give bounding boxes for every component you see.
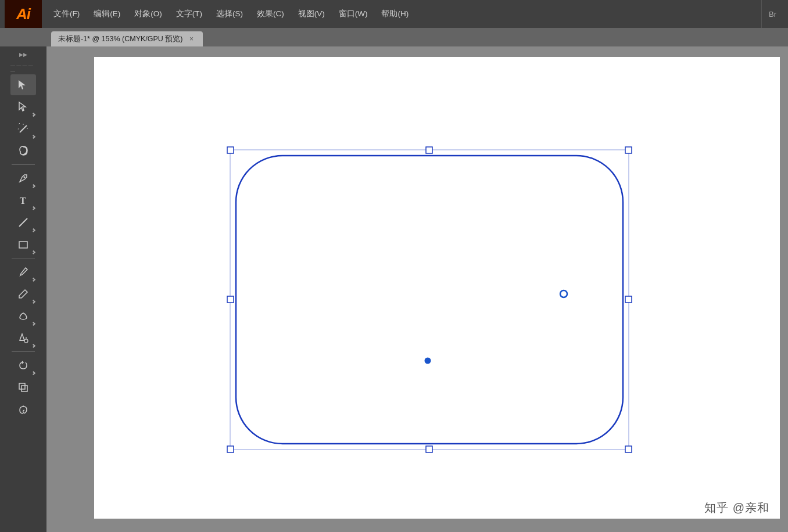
- svg-marker-0: [19, 80, 26, 89]
- tool-type[interactable]: T: [10, 190, 36, 211]
- ai-logo: Ai: [5, 0, 42, 28]
- tool-paintbrush[interactable]: [10, 261, 36, 282]
- divider-1: [12, 164, 35, 165]
- tool-direct-select[interactable]: [10, 96, 36, 117]
- canvas-area[interactable]: 知乎 @亲和: [46, 46, 788, 532]
- menu-bridge[interactable]: Br: [761, 0, 783, 28]
- svg-point-27: [425, 358, 431, 364]
- menu-help[interactable]: 帮助(H): [374, 0, 416, 28]
- tab-close-button[interactable]: ×: [188, 35, 196, 43]
- tool-pen[interactable]: [10, 168, 36, 189]
- svg-rect-22: [227, 296, 234, 303]
- panel-scroll-indicator: ▶▶: [10, 49, 36, 60]
- tool-select[interactable]: [10, 74, 36, 95]
- svg-rect-19: [227, 147, 234, 153]
- menu-object[interactable]: 对象(O): [127, 0, 169, 28]
- svg-marker-6: [17, 128, 19, 130]
- ai-logo-text: Ai: [16, 5, 30, 23]
- svg-text:T: T: [20, 196, 26, 206]
- svg-marker-12: [20, 334, 24, 340]
- tool-eraser[interactable]: [10, 305, 36, 326]
- menu-select[interactable]: 选择(S): [209, 0, 250, 28]
- menu-view[interactable]: 视图(V): [291, 0, 332, 28]
- tool-rotate[interactable]: [10, 355, 36, 376]
- svg-line-2: [20, 125, 27, 132]
- toolbar-scroll-dots: — — — — —: [10, 64, 36, 72]
- shape-container[interactable]: [230, 150, 629, 450]
- tool-line[interactable]: [10, 212, 36, 233]
- svg-rect-25: [426, 446, 432, 452]
- tool-pencil[interactable]: [10, 283, 36, 304]
- divider-3: [12, 351, 35, 352]
- svg-rect-17: [230, 150, 629, 450]
- menu-edit[interactable]: 编辑(E): [87, 0, 127, 28]
- svg-rect-16: [22, 386, 27, 391]
- svg-rect-23: [625, 296, 632, 303]
- tool-fill[interactable]: [10, 328, 36, 348]
- shape-svg: [230, 150, 629, 450]
- tab-title: 未标题-1* @ 153% (CMYK/GPU 预览): [58, 34, 183, 44]
- svg-rect-26: [625, 446, 632, 452]
- tab-bar: 未标题-1* @ 153% (CMYK/GPU 预览) ×: [0, 28, 788, 46]
- svg-line-9: [19, 218, 27, 227]
- svg-rect-10: [19, 242, 27, 248]
- svg-rect-21: [625, 147, 632, 153]
- svg-marker-1: [19, 102, 26, 111]
- divider-2: [12, 258, 35, 258]
- tool-lasso[interactable]: [10, 141, 36, 161]
- svg-rect-18: [236, 156, 623, 444]
- menu-effect[interactable]: 效果(C): [250, 0, 291, 28]
- tool-rect[interactable]: [10, 234, 36, 255]
- svg-point-28: [560, 290, 567, 297]
- menu-bar: Ai 文件(F) 编辑(E) 对象(O) 文字(T) 选择(S) 效果(C) 视…: [0, 0, 788, 28]
- tool-layers[interactable]: [10, 377, 36, 398]
- svg-rect-20: [426, 147, 432, 153]
- svg-line-3: [19, 123, 20, 124]
- watermark: 知乎 @亲和: [704, 500, 769, 516]
- main-area: ▶▶ — — — — —: [0, 46, 788, 532]
- menu-text[interactable]: 文字(T): [169, 0, 209, 28]
- tool-warp[interactable]: [10, 399, 36, 420]
- svg-rect-24: [227, 446, 234, 452]
- tool-magic-wand[interactable]: [10, 118, 36, 139]
- menu-file[interactable]: 文件(F): [46, 0, 87, 28]
- toolbar: ▶▶ — — — — —: [0, 46, 46, 532]
- menu-window[interactable]: 窗口(W): [332, 0, 375, 28]
- svg-point-7: [24, 177, 26, 178]
- svg-rect-15: [19, 383, 25, 389]
- document-tab[interactable]: 未标题-1* @ 153% (CMYK/GPU 预览) ×: [51, 31, 203, 46]
